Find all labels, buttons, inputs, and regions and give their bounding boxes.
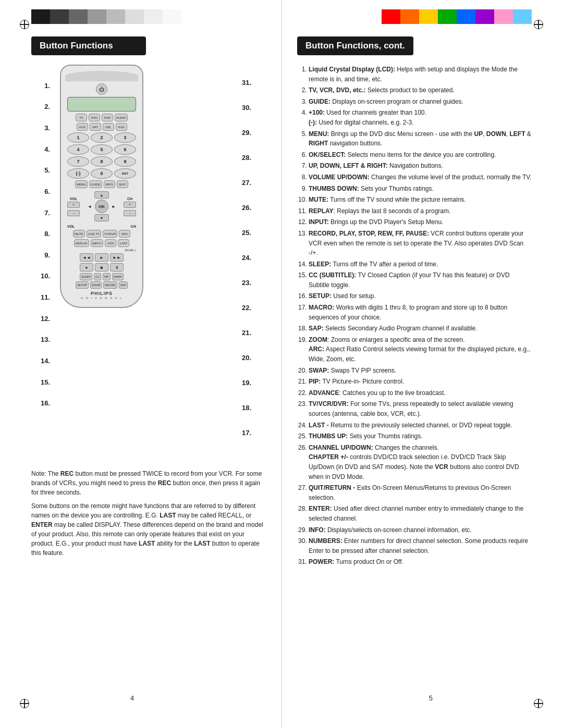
pip-button[interactable]: PIP xyxy=(103,273,111,280)
num-0[interactable]: 0 xyxy=(91,168,113,179)
label-10: 10. xyxy=(41,273,52,279)
stop-button[interactable]: ■ xyxy=(95,263,108,272)
ch-up[interactable]: + xyxy=(124,202,136,208)
label-23: 23. xyxy=(240,279,253,286)
func-item-2: TV, VCR, DVD, etc.: Selects product to b… xyxy=(309,85,532,95)
func-item-11: REPLAY: Replays the last 8 seconds of a … xyxy=(309,206,532,216)
vcr-button[interactable]: VCR xyxy=(77,123,88,131)
labels-right: 31. 30. 29. 28. 27. 26. 25. 24. 23. 22. … xyxy=(240,70,266,445)
menu-button[interactable]: MENU xyxy=(75,180,88,188)
color-bar-left xyxy=(31,9,181,24)
ffwd-button[interactable]: ►► xyxy=(110,253,124,262)
func-item-19: ZOOM: Zooms or enlarges a specific area … xyxy=(309,335,532,364)
sleep-button[interactable]: SLEEP xyxy=(80,273,92,280)
label-3: 3. xyxy=(44,125,52,131)
functions-list: Liquid Crystal Display (LCD): Helps with… xyxy=(297,65,532,567)
quit-button[interactable]: QUIT xyxy=(117,180,128,188)
reg-mark-bl xyxy=(20,699,29,708)
vol-up[interactable]: + xyxy=(67,202,80,208)
nav-pad: ▲ ◄ OK ► ▼ xyxy=(84,191,119,221)
zoom-button[interactable]: ZOOM xyxy=(90,281,102,289)
func-item-3: GUIDE: Displays on-screen program or cha… xyxy=(309,97,532,107)
func-item-4: +100: Used for channels greater than 100… xyxy=(309,108,532,127)
menu-row: MENU GUIDE INFO QUIT xyxy=(65,180,138,188)
mode-buttons-row1: TV DVD DVR AUDIO xyxy=(65,114,138,121)
mute-button[interactable]: MUTE xyxy=(73,230,85,238)
num-2[interactable]: 2 xyxy=(91,132,113,143)
func-item-21: PIP: TV Picture-in- Picture control. xyxy=(309,377,532,387)
num-5[interactable]: 5 xyxy=(91,144,113,155)
enter-button[interactable]: ENT xyxy=(114,168,136,179)
nav-right[interactable]: ► xyxy=(108,200,119,213)
right-section-header: Button Functions, cont. xyxy=(297,36,413,55)
advance-button[interactable]: ADV xyxy=(119,230,130,238)
func-item-28: ENTER: Used after direct channel number … xyxy=(309,504,532,523)
lcd-display xyxy=(67,97,136,112)
macro-button[interactable]: MACRO xyxy=(103,281,117,289)
nav-ok[interactable]: OK xyxy=(95,200,108,213)
label-25: 25. xyxy=(240,229,253,236)
label-2: 2. xyxy=(44,103,52,110)
sat-button[interactable]: SAT xyxy=(90,123,101,131)
record-button[interactable]: ● xyxy=(80,263,93,272)
swap-button[interactable]: SWAP xyxy=(112,273,124,280)
num-dash[interactable]: (-) xyxy=(67,168,89,179)
number-grid: 1 2 3 4 5 6 7 8 9 (-) 0 ENT xyxy=(67,132,136,179)
func-item-5: MENU: Brings up the DVD disc Menu screen… xyxy=(309,129,532,149)
label-14: 14. xyxy=(41,357,52,364)
label-22: 22. xyxy=(240,304,253,311)
mode-buttons-row2: VCR SAT CBL AUX xyxy=(65,123,138,131)
num-9[interactable]: 9 xyxy=(114,156,136,167)
nav-up[interactable]: ▲ xyxy=(94,191,109,199)
num-8[interactable]: 8 xyxy=(91,156,113,167)
func-item-12: INPUT: Brings up the DVD Player's Setup … xyxy=(309,217,532,227)
nav-left[interactable]: ◄ xyxy=(84,200,95,213)
num-6[interactable]: 6 xyxy=(114,144,136,155)
livetv-button[interactable]: LIVE TV xyxy=(87,230,101,238)
func-item-6: OK/SELECT: Selects menu items for the de… xyxy=(309,150,532,160)
label-9: 9. xyxy=(44,252,52,258)
ch-down[interactable]: - xyxy=(124,210,136,216)
num-3[interactable]: 3 xyxy=(114,132,136,143)
aux-button[interactable]: AUX xyxy=(116,123,127,131)
label-4: 4. xyxy=(44,146,52,153)
guide-button[interactable]: GUIDE xyxy=(89,180,102,188)
func-item-27: QUIT/RETURN - Exits On-Screen Menus/Retu… xyxy=(309,483,532,502)
sap-button[interactable]: SAP xyxy=(119,281,128,289)
func-item-25: THUMBS UP: Sets your Thumbs ratings. xyxy=(309,431,532,441)
label-18: 18. xyxy=(240,404,253,411)
nav-down[interactable]: ▼ xyxy=(94,214,109,221)
dvd-button[interactable]: DVD xyxy=(89,114,100,121)
audio-button[interactable]: AUDIO xyxy=(115,114,128,121)
num-1[interactable]: 1 xyxy=(67,132,89,143)
pause-button[interactable]: ⏸ xyxy=(110,263,124,272)
power-button[interactable]: ⏻ xyxy=(96,83,107,95)
info-button[interactable]: INFO xyxy=(104,180,115,188)
label-13: 13. xyxy=(41,336,52,343)
func-item-7: UP, DOWN, LEFT & RIGHT: Navigation butto… xyxy=(309,161,532,171)
num-4[interactable]: 4 xyxy=(67,144,89,155)
tvdvr-button[interactable]: TV/DVR xyxy=(103,230,117,238)
play-button[interactable]: ► xyxy=(95,253,108,262)
func-item-23: TV/VCR/DVR: For some TVs, press repeated… xyxy=(309,399,532,418)
replay-button[interactable]: REPLAY xyxy=(74,239,89,247)
vcr-mode-button[interactable]: VCR xyxy=(105,239,116,247)
cc-button[interactable]: CC xyxy=(94,273,101,280)
dvr-button[interactable]: DVR xyxy=(102,114,113,121)
rewind-button[interactable]: ◄◄ xyxy=(80,253,93,262)
cbl-button[interactable]: CBL xyxy=(103,123,114,131)
page-divider xyxy=(282,0,282,728)
setup-button[interactable]: SETUP xyxy=(76,281,88,289)
func-item-16: SETUP: Used for setup. xyxy=(309,291,532,301)
label-7: 7. xyxy=(44,209,52,216)
func-item-9: THUMBS DOWN: Sets your Thumbs ratings. xyxy=(309,184,532,194)
replay-row: REPLAY INPUT VCR LAST xyxy=(65,239,138,247)
input-button[interactable]: INPUT xyxy=(91,239,103,247)
num-7[interactable]: 7 xyxy=(67,156,89,167)
last-button[interactable]: LAST xyxy=(118,239,129,247)
page-number-left: 4 xyxy=(130,694,134,702)
label-31: 31. xyxy=(240,79,253,86)
channel-group: CH + - xyxy=(124,197,136,216)
vol-down[interactable]: - xyxy=(67,210,80,216)
tv-button[interactable]: TV xyxy=(76,114,87,121)
